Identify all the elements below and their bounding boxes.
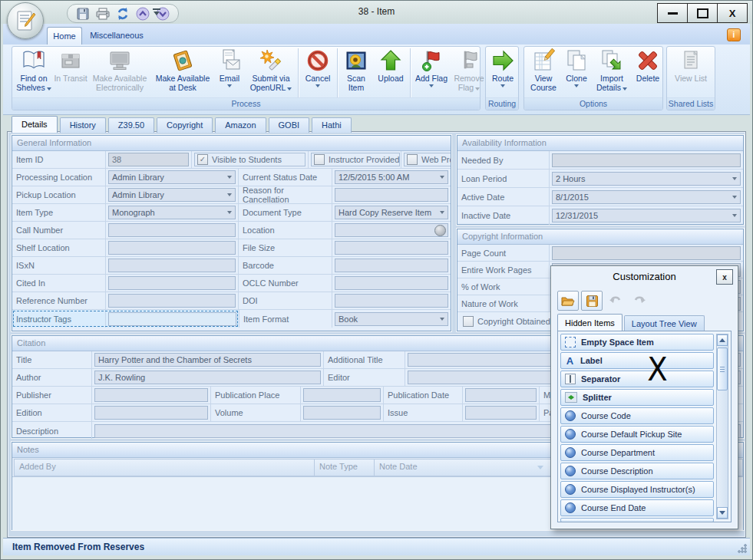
cancel-button[interactable]: Cancel xyxy=(300,48,335,98)
tab-details[interactable]: Details xyxy=(12,116,58,133)
column-header-note-type[interactable]: Note Type xyxy=(315,459,375,476)
title-field[interactable]: Harry Potter and the Chamber of Secrets xyxy=(94,353,321,367)
find-on-shelves-button[interactable]: Find on Shelves xyxy=(14,48,54,98)
resize-grip[interactable] xyxy=(738,544,747,553)
barcode-field[interactable] xyxy=(335,259,448,272)
visible-to-students-checkbox[interactable]: ✓Visible to Students xyxy=(194,153,305,166)
author-field[interactable]: J.K. Rowling xyxy=(94,371,321,384)
cited-in-field[interactable] xyxy=(108,276,236,290)
list-item-label[interactable]: ALabel xyxy=(560,352,714,369)
doi-field[interactable] xyxy=(335,294,448,308)
shelf-location-field[interactable] xyxy=(108,241,236,255)
previous-icon[interactable] xyxy=(135,6,150,21)
tab-hathi[interactable]: Hathi xyxy=(312,117,352,133)
save-layout-button[interactable] xyxy=(581,291,603,311)
ribbon-tab-home[interactable]: Home xyxy=(47,27,82,44)
view-list-button[interactable]: View List xyxy=(669,48,713,98)
publication-date-field[interactable] xyxy=(465,388,537,402)
scroll-up-button[interactable] xyxy=(717,334,728,346)
make-available-electronically-button[interactable]: Make Available Electronically xyxy=(88,48,152,98)
list-item-empty-space-item[interactable]: Empty Space Item xyxy=(560,334,714,351)
redo-button[interactable] xyxy=(629,291,650,311)
close-button[interactable]: X xyxy=(717,3,748,23)
save-icon[interactable] xyxy=(75,6,91,21)
tab-copyright[interactable]: Copyright xyxy=(157,117,213,133)
email-button[interactable]: Email xyxy=(213,48,246,98)
minimize-button[interactable] xyxy=(657,3,688,23)
open-layout-button[interactable] xyxy=(557,291,579,311)
instructor-tags-field[interactable] xyxy=(108,312,236,326)
list-item-partial[interactable] xyxy=(560,518,714,522)
help-icon[interactable]: i xyxy=(727,28,741,41)
scroll-down-button[interactable] xyxy=(717,507,728,519)
clone-button[interactable]: Clone xyxy=(561,48,592,98)
tab-layout-tree-view[interactable]: Layout Tree View xyxy=(624,315,705,331)
inactive-date-combo[interactable]: 12/31/2015 xyxy=(552,209,741,222)
page-count-field[interactable] xyxy=(552,246,741,260)
route-button[interactable]: Route xyxy=(487,48,518,98)
needed-by-field[interactable] xyxy=(552,153,741,167)
tab-z3950[interactable]: Z39.50 xyxy=(108,117,154,133)
make-available-at-desk-button[interactable]: Make Available at Desk xyxy=(152,48,213,98)
instructor-provided-checkbox[interactable]: Instructor Provided xyxy=(311,153,400,166)
pickup-location-combo[interactable]: Admin Library xyxy=(108,188,236,202)
view-course-button[interactable]: View Course xyxy=(526,48,561,98)
item-type-combo[interactable]: Monograph xyxy=(108,206,236,219)
list-item-splitter[interactable]: Splitter xyxy=(560,389,714,406)
tab-gobi[interactable]: GOBI xyxy=(269,117,310,133)
undo-button[interactable] xyxy=(605,291,626,311)
tab-amazon[interactable]: Amazon xyxy=(215,117,266,133)
refresh-icon[interactable] xyxy=(115,6,130,21)
tab-hidden-items[interactable]: Hidden Items xyxy=(557,314,623,331)
customization-close-button[interactable]: x xyxy=(716,269,733,285)
submit-via-openurl-button[interactable]: Submit via OpenURL xyxy=(246,48,296,98)
file-size-label: File Size xyxy=(239,243,275,252)
chevron-down-icon xyxy=(537,466,543,473)
list-item-course-end-date[interactable]: Course End Date xyxy=(560,499,714,516)
location-field[interactable] xyxy=(335,223,448,237)
list-scrollbar[interactable] xyxy=(716,334,728,519)
web-proxy-checkbox[interactable]: Web Proxy xyxy=(404,153,451,166)
remove-flag-button[interactable]: Remove Flag xyxy=(451,48,487,98)
processing-location-combo[interactable]: Admin Library xyxy=(108,170,236,184)
cited-in-label: Cited In xyxy=(12,278,45,288)
item-format-combo[interactable]: Book xyxy=(335,312,448,326)
oclc-number-field[interactable] xyxy=(335,276,448,290)
maximize-button[interactable] xyxy=(687,3,718,23)
tab-history[interactable]: History xyxy=(60,117,106,133)
publisher-field[interactable] xyxy=(94,388,208,402)
in-transit-button[interactable]: In Transit xyxy=(54,48,88,98)
scroll-thumb[interactable] xyxy=(717,348,728,390)
edition-field[interactable] xyxy=(94,406,208,420)
list-item-course-description[interactable]: Course Description xyxy=(560,463,714,479)
application-menu-button[interactable] xyxy=(7,2,44,39)
list-item-separator[interactable]: Separator xyxy=(560,371,714,387)
document-type-combo[interactable]: Hard Copy Reserve Item xyxy=(335,206,448,219)
qat-customize-icon[interactable] xyxy=(153,8,160,18)
call-number-field[interactable] xyxy=(108,223,236,237)
item-id-field[interactable]: 38 xyxy=(108,153,189,166)
print-icon[interactable] xyxy=(95,6,111,21)
file-size-field[interactable] xyxy=(335,241,448,255)
list-item-course-displayed-instructors[interactable]: Course Displayed Instructor(s) xyxy=(560,481,714,498)
volume-field[interactable] xyxy=(303,406,381,420)
upload-button[interactable]: Upload xyxy=(373,48,408,98)
reason-for-cancellation-field[interactable] xyxy=(335,188,448,202)
import-details-button[interactable]: Import Details xyxy=(592,48,632,98)
globe-icon[interactable] xyxy=(434,225,446,236)
list-item-course-department[interactable]: Course Department xyxy=(560,444,714,461)
ribbon-tab-miscellaneous[interactable]: Miscellaneous xyxy=(84,27,150,44)
isxn-field[interactable] xyxy=(108,259,236,272)
active-date-combo[interactable]: 8/1/2015 xyxy=(552,190,741,204)
current-status-date-combo[interactable]: 12/5/2015 5:00 AM xyxy=(335,170,448,184)
column-header-added-by[interactable]: Added By xyxy=(14,459,315,476)
list-item-course-code[interactable]: Course Code xyxy=(560,407,714,424)
issue-field[interactable] xyxy=(465,406,537,420)
reference-number-field[interactable] xyxy=(108,294,236,308)
publication-place-field[interactable] xyxy=(303,388,381,402)
list-item-course-default-pickup-site[interactable]: Course Default Pickup Site xyxy=(560,426,714,443)
loan-period-combo[interactable]: 2 Hours xyxy=(552,172,741,186)
scan-item-button[interactable]: Scan Item xyxy=(339,48,373,98)
add-flag-button[interactable]: Add Flag xyxy=(412,48,451,98)
delete-button[interactable]: Delete xyxy=(632,48,664,98)
